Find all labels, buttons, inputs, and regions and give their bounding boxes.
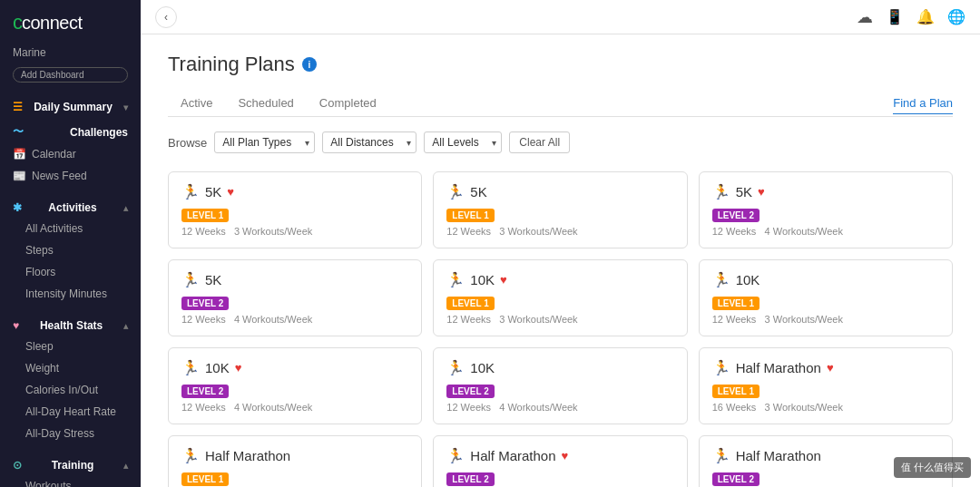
plan-name: Half Marathon	[736, 360, 821, 375]
plan-card[interactable]: 🏃 Half Marathon LEVEL 1 16 Weeks 3 Worko…	[168, 435, 422, 487]
runner-icon: 🏃	[446, 447, 465, 464]
sidebar-item-sleep[interactable]: Sleep	[0, 336, 141, 357]
sidebar-label-daily: Daily Summary	[34, 101, 113, 113]
plan-card-top: 🏃 10K	[712, 271, 939, 288]
plan-meta: 12 Weeks 4 Workouts/Week	[446, 402, 673, 413]
globe-icon[interactable]: 🌐	[947, 8, 965, 25]
plan-card-top: 🏃 Half Marathon ♥	[446, 447, 673, 464]
cloud-upload-icon[interactable]: ☁	[857, 7, 873, 27]
plan-card[interactable]: 🏃 10K LEVEL 1 12 Weeks 3 Workouts/Week	[699, 259, 953, 336]
sidebar-section-health[interactable]: ♥ Health Stats ▴	[0, 312, 141, 336]
level-badge: LEVEL 2	[181, 385, 229, 398]
tab-completed[interactable]: Completed	[307, 91, 389, 117]
plan-card[interactable]: 🏃 5K LEVEL 1 12 Weeks 3 Workouts/Week	[433, 171, 687, 248]
calories-label: Calories In/Out	[25, 384, 98, 396]
all-activities-label: All Activities	[25, 222, 83, 235]
heart-icon: ♥	[758, 185, 765, 199]
phone-icon[interactable]: 📱	[886, 8, 904, 25]
sidebar-item-news[interactable]: 📰 News Feed	[0, 165, 141, 187]
training-circle-icon: ⊙	[13, 459, 22, 472]
heart-icon: ♥	[235, 361, 242, 375]
topbar-left: ‹	[155, 6, 177, 28]
find-plan-button[interactable]: Find a Plan	[893, 93, 953, 114]
level-badge: LEVEL 2	[446, 385, 494, 398]
heart-icon: ♥	[227, 185, 234, 199]
plan-meta: 12 Weeks 4 Workouts/Week	[712, 226, 939, 237]
topbar: ‹ ☁ 📱 🔔 🌐	[141, 0, 980, 34]
level-badge: LEVEL 2	[712, 209, 760, 222]
page-title: Training Plans	[168, 53, 295, 76]
plan-name: 10K	[470, 272, 495, 287]
sidebar-item-stress[interactable]: All-Day Stress	[0, 423, 141, 444]
plan-name: 5K	[736, 184, 752, 200]
bell-icon[interactable]: 🔔	[916, 8, 935, 25]
tab-active[interactable]: Active	[168, 91, 225, 117]
news-icon: 📰	[13, 170, 26, 182]
sidebar-item-calories[interactable]: Calories In/Out	[0, 379, 141, 401]
heart-icon: ♥	[562, 449, 569, 463]
plan-card[interactable]: 🏃 Half Marathon ♥ LEVEL 2 16 Weeks 5 Wor…	[433, 435, 687, 487]
plan-card[interactable]: 🏃 Half Marathon ♥ LEVEL 1 16 Weeks 3 Wor…	[699, 347, 953, 424]
tab-scheduled[interactable]: Scheduled	[225, 91, 306, 117]
sidebar-item-intensity[interactable]: Intensity Minutes	[0, 283, 141, 305]
sidebar-item-heartrate[interactable]: All-Day Heart Rate	[0, 401, 141, 423]
plan-card-top: 🏃 Half Marathon	[181, 447, 408, 464]
back-button[interactable]: ‹	[155, 6, 177, 28]
sidebar-label-health: Health Stats	[40, 319, 103, 332]
plan-card-top: 🏃 Half Marathon ♥	[712, 359, 939, 376]
level-badge: LEVEL 2	[712, 472, 760, 486]
sidebar: cconnect Marine Add Dashboard ☰ Daily Su…	[0, 0, 141, 487]
plan-card[interactable]: 🏃 10K LEVEL 2 12 Weeks 4 Workouts/Week	[433, 347, 687, 424]
sidebar-item-calendar[interactable]: 📅 Calendar	[0, 143, 141, 165]
clear-all-button[interactable]: Clear All	[509, 131, 570, 153]
distances-filter[interactable]: All Distances	[322, 131, 416, 153]
plan-name: 5K	[205, 184, 221, 200]
wave-icon: 〜	[13, 124, 24, 140]
runner-icon: 🏃	[712, 359, 730, 376]
content-area: Training Plans i Active Scheduled Comple…	[141, 34, 980, 487]
runner-icon: 🏃	[446, 271, 465, 288]
marine-label: Marine	[13, 46, 46, 59]
sidebar-item-floors[interactable]: Floors	[0, 261, 141, 283]
sidebar-label-calendar: Calendar	[32, 148, 76, 161]
plan-card-top: 🏃 5K ♥	[712, 183, 939, 200]
plan-name: 10K	[736, 272, 760, 287]
chevron-training-icon: ▴	[123, 461, 128, 471]
plan-card[interactable]: 🏃 10K ♥ LEVEL 2 12 Weeks 4 Workouts/Week	[168, 347, 422, 424]
workouts-label: Workouts	[25, 480, 71, 487]
chevron-health-icon: ▴	[123, 321, 128, 331]
plans-grid: 🏃 5K ♥ LEVEL 1 12 Weeks 3 Workouts/Week …	[168, 171, 953, 487]
floors-label: Floors	[25, 266, 55, 278]
sidebar-section-training[interactable]: ⊙ Training ▴	[0, 452, 141, 475]
sidebar-item-daily-summary[interactable]: ☰ Daily Summary ▾	[0, 93, 141, 117]
plan-card[interactable]: 🏃 5K ♥ LEVEL 1 12 Weeks 3 Workouts/Week	[168, 171, 422, 248]
sidebar-item-all-activities[interactable]: All Activities	[0, 218, 141, 239]
runner-icon: 🏃	[181, 271, 200, 288]
plan-card[interactable]: 🏃 5K ♥ LEVEL 2 12 Weeks 4 Workouts/Week	[699, 171, 953, 248]
level-badge: LEVEL 1	[181, 209, 229, 222]
sleep-label: Sleep	[25, 340, 54, 353]
browse-label: Browse	[168, 136, 207, 150]
plan-card-top: 🏃 10K	[446, 359, 673, 376]
intensity-label: Intensity Minutes	[25, 287, 107, 300]
plan-types-filter[interactable]: All Plan Types	[214, 131, 315, 153]
add-dashboard-button[interactable]: Add Dashboard	[13, 67, 128, 83]
plan-card[interactable]: 🏃 5K LEVEL 2 12 Weeks 4 Workouts/Week	[168, 259, 422, 336]
info-button[interactable]: i	[302, 57, 317, 72]
heartrate-label: All-Day Heart Rate	[25, 405, 116, 418]
levels-filter[interactable]: All Levels	[424, 131, 502, 153]
sidebar-item-challenges[interactable]: 〜 Challenges	[0, 117, 141, 143]
level-badge: LEVEL 1	[712, 385, 760, 398]
plan-meta: 12 Weeks 3 Workouts/Week	[712, 314, 939, 325]
runner-icon: 🏃	[446, 183, 465, 200]
sidebar-item-steps[interactable]: Steps	[0, 239, 141, 261]
plan-card-top: 🏃 5K	[181, 271, 408, 288]
sidebar-item-marine[interactable]: Marine	[0, 42, 141, 63]
sidebar-item-weight[interactable]: Weight	[0, 357, 141, 379]
sidebar-item-workouts[interactable]: Workouts	[0, 475, 141, 487]
sidebar-label-activities: Activities	[48, 201, 96, 214]
plan-meta: 12 Weeks 3 Workouts/Week	[181, 226, 408, 237]
sidebar-section-activities[interactable]: ✱ Activities ▴	[0, 194, 141, 218]
chevron-activities-icon: ▴	[123, 203, 128, 213]
plan-card[interactable]: 🏃 10K ♥ LEVEL 1 12 Weeks 3 Workouts/Week	[433, 259, 687, 336]
